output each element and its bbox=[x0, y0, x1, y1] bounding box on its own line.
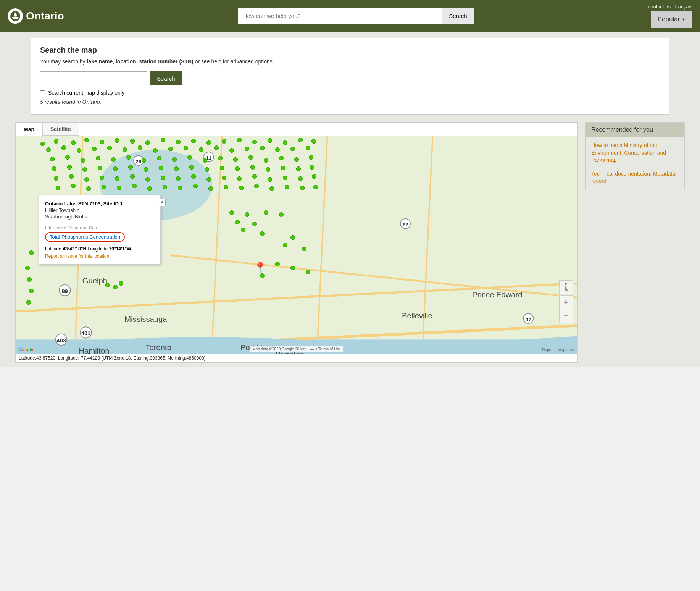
station-dot[interactable] bbox=[52, 166, 56, 171]
station-dot[interactable] bbox=[119, 281, 123, 286]
station-dot[interactable] bbox=[176, 140, 181, 144]
pegman-control[interactable]: 🚶 bbox=[559, 280, 573, 294]
station-dot[interactable] bbox=[206, 140, 211, 145]
station-dot[interactable] bbox=[25, 266, 30, 270]
station-dot[interactable] bbox=[54, 139, 58, 144]
station-dot[interactable] bbox=[84, 138, 89, 142]
station-dot[interactable] bbox=[218, 156, 223, 160]
station-dot[interactable] bbox=[61, 145, 66, 150]
station-dot[interactable] bbox=[96, 156, 100, 160]
station-dot[interactable] bbox=[203, 158, 207, 163]
map-visual[interactable]: Lake Ontario Mississauga Toronto Hamilto… bbox=[16, 136, 577, 354]
station-dot[interactable] bbox=[252, 222, 257, 226]
station-dot[interactable] bbox=[290, 235, 295, 240]
station-dot[interactable] bbox=[290, 266, 295, 270]
station-dot[interactable] bbox=[275, 262, 280, 266]
station-dot[interactable] bbox=[84, 177, 89, 182]
station-dot[interactable] bbox=[98, 166, 102, 170]
map-search-button[interactable]: Search bbox=[150, 71, 182, 85]
station-dot[interactable] bbox=[123, 147, 127, 152]
station-dot[interactable] bbox=[132, 184, 137, 188]
station-dot[interactable] bbox=[145, 140, 150, 145]
popular-button[interactable]: Popular + bbox=[651, 11, 692, 28]
station-dot[interactable] bbox=[311, 139, 316, 144]
station-dot[interactable] bbox=[159, 166, 163, 170]
station-dot[interactable] bbox=[309, 155, 313, 160]
popup-report-link[interactable]: Report an issue for this location. bbox=[45, 254, 110, 259]
station-dot[interactable] bbox=[147, 186, 152, 191]
station-dot[interactable] bbox=[115, 138, 119, 143]
station-dot[interactable] bbox=[250, 165, 255, 170]
station-dot[interactable] bbox=[269, 186, 274, 191]
station-dot[interactable] bbox=[115, 176, 119, 181]
station-dot[interactable] bbox=[142, 158, 146, 163]
station-dot[interactable] bbox=[206, 177, 211, 182]
station-dot[interactable] bbox=[275, 147, 280, 152]
station-dot[interactable] bbox=[298, 176, 303, 181]
station-dot[interactable] bbox=[27, 277, 32, 282]
station-dot[interactable] bbox=[279, 212, 284, 217]
station-dot[interactable] bbox=[29, 250, 34, 255]
station-dot[interactable] bbox=[199, 147, 203, 152]
recommended-link-2[interactable]: Technical documentation: Metadata record bbox=[591, 170, 679, 185]
station-dot[interactable] bbox=[279, 156, 284, 160]
station-dot[interactable] bbox=[86, 186, 91, 191]
station-dot[interactable] bbox=[312, 174, 316, 179]
station-dot[interactable] bbox=[302, 247, 306, 251]
station-dot[interactable] bbox=[130, 139, 135, 144]
station-dot[interactable] bbox=[233, 157, 238, 162]
station-dot[interactable] bbox=[100, 140, 104, 144]
station-dot[interactable] bbox=[300, 186, 305, 190]
tab-satellite[interactable]: Satellite bbox=[42, 123, 79, 136]
station-dot[interactable] bbox=[69, 174, 74, 179]
station-dot[interactable] bbox=[229, 148, 234, 153]
station-dot[interactable] bbox=[26, 300, 31, 305]
station-dot[interactable] bbox=[229, 210, 234, 215]
station-dot[interactable] bbox=[237, 176, 242, 181]
header-search-button[interactable]: Search bbox=[442, 8, 474, 24]
station-dot[interactable] bbox=[283, 176, 287, 180]
station-dot[interactable] bbox=[46, 147, 51, 152]
station-dot[interactable] bbox=[65, 155, 70, 160]
zoom-out-button[interactable]: − bbox=[559, 309, 573, 323]
checkbox-label[interactable]: Search current map display only bbox=[48, 90, 124, 96]
station-dot[interactable] bbox=[29, 289, 34, 293]
station-dot[interactable] bbox=[239, 186, 244, 190]
zoom-in-button[interactable]: + bbox=[559, 296, 573, 309]
station-dot[interactable] bbox=[126, 155, 131, 160]
station-dot[interactable] bbox=[252, 174, 257, 179]
station-dot[interactable] bbox=[235, 220, 240, 224]
station-dot[interactable] bbox=[81, 158, 85, 163]
station-dot[interactable] bbox=[241, 228, 245, 232]
station-dot[interactable] bbox=[191, 174, 196, 179]
station-dot[interactable] bbox=[222, 176, 226, 180]
station-dot[interactable] bbox=[138, 145, 142, 150]
station-dot[interactable] bbox=[187, 155, 192, 160]
station-dot[interactable] bbox=[128, 165, 133, 170]
popup-close-button[interactable]: × bbox=[158, 199, 166, 206]
station-dot[interactable] bbox=[191, 139, 196, 143]
map-search-input[interactable]: Ontario Lake bbox=[40, 71, 147, 85]
station-dot[interactable] bbox=[313, 185, 318, 189]
station-dot[interactable] bbox=[50, 157, 55, 161]
station-dot[interactable] bbox=[205, 167, 209, 172]
station-dot[interactable] bbox=[306, 146, 310, 150]
station-dot[interactable] bbox=[281, 166, 285, 170]
station-dot[interactable] bbox=[296, 166, 301, 171]
station-dot[interactable] bbox=[77, 148, 81, 153]
station-dot[interactable] bbox=[113, 166, 118, 171]
station-dot[interactable] bbox=[157, 156, 161, 160]
recommended-link-1[interactable]: How to use a Ministry of the Environment… bbox=[591, 142, 679, 164]
station-dot[interactable] bbox=[285, 185, 289, 189]
station-dot[interactable] bbox=[260, 146, 265, 150]
station-dot[interactable] bbox=[172, 157, 177, 162]
station-dot[interactable] bbox=[56, 186, 60, 190]
station-dot[interactable] bbox=[222, 139, 226, 144]
station-dot[interactable] bbox=[214, 145, 219, 150]
station-dot[interactable] bbox=[298, 138, 303, 142]
station-dot[interactable] bbox=[92, 147, 97, 151]
selected-location-pin[interactable]: 📍 bbox=[253, 263, 267, 273]
station-dot[interactable] bbox=[283, 140, 287, 145]
station-dot[interactable] bbox=[260, 273, 265, 278]
station-dot[interactable] bbox=[224, 185, 228, 189]
